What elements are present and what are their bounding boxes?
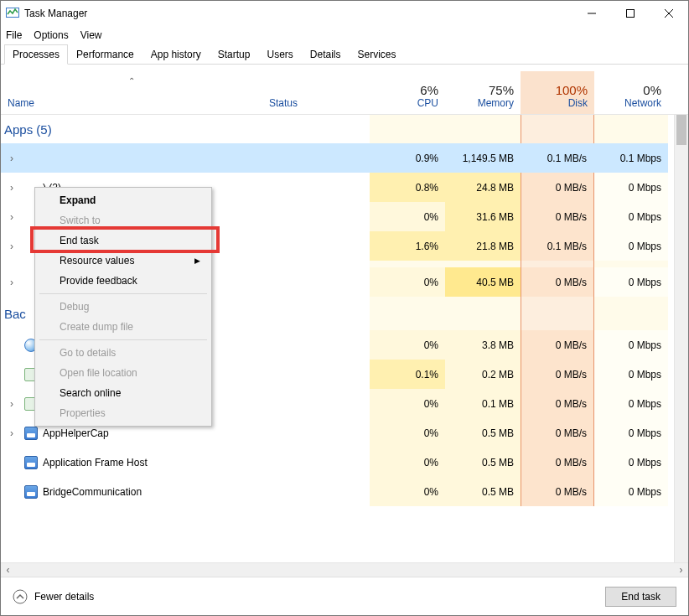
col-status[interactable]: Status [262,71,370,114]
column-headers: ⌃ Name Status 6% CPU 75% Memory 100% Dis… [1,71,688,115]
maximize-button[interactable] [611,1,650,26]
service-icon [24,427,38,440]
fewer-details-button[interactable]: Fewer details [13,589,94,604]
menu-view[interactable]: View [80,29,102,41]
titlebar: Task Manager [1,1,688,26]
menu-options[interactable]: Options [34,29,68,41]
ctx-debug: Debug [38,297,209,317]
expand-icon[interactable]: › [4,211,19,223]
horizontal-scrollbar[interactable]: ‹ › [1,562,688,577]
expand-icon[interactable]: › [4,241,19,252]
window-title: Task Manager [24,8,87,19]
sort-chevron-icon: ⌃ [128,76,135,85]
svg-point-5 [13,590,27,603]
col-memory[interactable]: 75% Memory [445,71,521,114]
vertical-scrollbar[interactable] [674,115,688,562]
expand-icon[interactable]: › [4,277,19,288]
scroll-right-icon[interactable]: › [674,563,688,577]
col-cpu[interactable]: 6% CPU [370,71,445,114]
minimize-button[interactable] [572,1,611,26]
ctx-resource-values[interactable]: Resource values▶ [38,251,209,271]
chevron-up-circle-icon [13,589,28,604]
col-name[interactable]: ⌃ Name [1,71,262,114]
tab-processes[interactable]: Processes [4,44,68,65]
expand-icon[interactable]: › [4,182,19,194]
task-manager-window: Task Manager File Options View Processes… [0,0,689,616]
separator [39,293,207,294]
menu-file[interactable]: File [6,29,22,41]
tab-details[interactable]: Details [302,44,350,64]
group-apps[interactable]: Apps (5) [1,115,688,143]
expand-icon[interactable]: › [4,398,19,410]
ctx-switch-to: Switch to [38,210,209,230]
ctx-feedback[interactable]: Provide feedback [38,271,209,291]
ctx-properties: Properties [38,403,209,423]
separator [39,339,207,340]
context-menu: Expand Switch to End task Resource value… [34,187,212,427]
svg-rect-2 [627,10,635,18]
ctx-search-online[interactable]: Search online [38,383,209,403]
tab-services[interactable]: Services [350,44,405,64]
tabbar: Processes Performance App history Startu… [1,44,688,65]
table-row[interactable]: Application Frame Host 0% 0.5 MB 0 MB/s … [1,448,688,477]
footer: Fewer details End task [1,577,688,615]
ctx-create-dump: Create dump file [38,317,209,337]
end-task-button[interactable]: End task [605,587,676,607]
tab-users[interactable]: Users [258,44,301,64]
close-button[interactable] [650,1,688,26]
col-disk[interactable]: 100% Disk [521,71,594,114]
menubar: File Options View [1,26,688,44]
service-icon [24,485,38,499]
ctx-go-to-details: Go to details [38,343,209,363]
ctx-open-location: Open file location [38,363,209,383]
tab-app-history[interactable]: App history [142,44,210,64]
scrollbar-thumb[interactable] [676,115,686,145]
expand-icon[interactable]: › [4,153,19,164]
tab-performance[interactable]: Performance [68,44,142,64]
table-row[interactable]: › 0.9% 1,149.5 MB 0.1 MB/s 0.1 Mbps [1,143,688,173]
service-icon [24,456,38,469]
ctx-expand[interactable]: Expand [38,190,209,210]
submenu-arrow-icon: ▶ [194,256,200,265]
tab-startup[interactable]: Startup [210,44,259,64]
table-row[interactable]: BridgeCommunication 0% 0.5 MB 0 MB/s 0 M… [1,477,688,506]
expand-icon[interactable]: › [4,427,19,439]
ctx-end-task[interactable]: End task [38,230,209,251]
scroll-left-icon[interactable]: ‹ [1,563,15,577]
task-manager-icon [6,6,19,22]
col-network[interactable]: 0% Network [594,71,668,114]
